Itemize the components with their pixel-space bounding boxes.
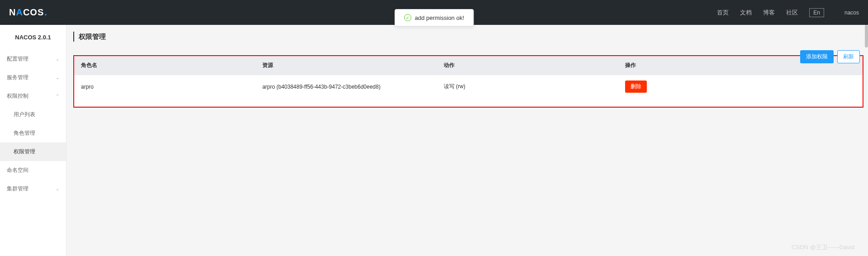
main-content: 权限管理 添加权限 刷新 角色名 资源 动作 操作 arpro — [66, 25, 868, 256]
sidebar-version: NACOS 2.0.1 — [0, 25, 66, 50]
chevron-down-icon: ⌄ — [56, 186, 59, 191]
cell-resource: arpro (b4038489-ff56-443b-9472-c3beb6d0e… — [256, 75, 437, 107]
page-title: 权限管理 — [79, 33, 106, 41]
menu-label: 服务管理 — [7, 74, 28, 81]
menu-label: 集群管理 — [7, 185, 28, 193]
menu-label: 命名空间 — [7, 166, 28, 174]
chevron-up-icon: ⌃ — [56, 94, 59, 99]
chevron-down-icon: ⌄ — [56, 75, 59, 80]
nav-community[interactable]: 社区 — [786, 9, 798, 17]
refresh-button[interactable]: 刷新 — [837, 50, 860, 63]
success-toast: ✓ add permission ok! — [394, 9, 474, 26]
add-permission-button[interactable]: 添加权限 — [800, 50, 834, 63]
table-header-row: 角色名 资源 动作 操作 — [74, 56, 863, 75]
permissions-table: 角色名 资源 动作 操作 arpro arpro (b4038489-ff56-… — [74, 56, 863, 107]
sidebar-item-permission[interactable]: 权限控制 ⌃ — [0, 87, 66, 105]
user-menu[interactable]: nacos — [844, 9, 859, 16]
language-toggle[interactable]: En — [809, 8, 824, 17]
sidebar-item-config[interactable]: 配置管理 ⌄ — [0, 50, 66, 68]
action-buttons: 添加权限 刷新 — [800, 50, 860, 63]
col-role-header: 角色名 — [74, 56, 256, 75]
sidebar-item-service[interactable]: 服务管理 ⌄ — [0, 68, 66, 87]
col-resource-header: 资源 — [256, 56, 437, 75]
sidebar-item-namespace[interactable]: 命名空间 — [0, 161, 66, 180]
cell-operation: 删除 — [618, 75, 863, 107]
sidebar-subitem-roles[interactable]: 角色管理 — [0, 124, 66, 142]
toast-message: add permission ok! — [415, 14, 464, 21]
check-circle-icon: ✓ — [404, 14, 411, 21]
sidebar: NACOS 2.0.1 配置管理 ⌄ 服务管理 ⌄ 权限控制 ⌃ 用户列表 角色… — [0, 25, 66, 256]
permissions-table-highlight: 角色名 资源 动作 操作 arpro arpro (b4038489-ff56-… — [73, 55, 863, 108]
chevron-down-icon: ⌄ — [56, 57, 59, 62]
delete-button[interactable]: 删除 — [625, 81, 647, 93]
col-action-header: 动作 — [437, 56, 618, 75]
title-bar-icon — [73, 32, 74, 42]
cell-role: arpro — [74, 75, 256, 107]
watermark: CSDN @王卫——David — [792, 243, 854, 251]
menu-label: 配置管理 — [7, 55, 28, 63]
scrollbar[interactable] — [865, 25, 868, 47]
nav-blog[interactable]: 博客 — [763, 9, 775, 17]
table-row: arpro arpro (b4038489-ff56-443b-9472-c3b… — [74, 75, 863, 107]
menu-label: 权限控制 — [7, 92, 28, 100]
nav-links: 首页 文档 博客 社区 En — [717, 8, 824, 17]
logo: NACOS. — [9, 7, 47, 18]
sidebar-item-cluster[interactable]: 集群管理 ⌄ — [0, 180, 66, 198]
sidebar-subitem-permissions[interactable]: 权限管理 — [0, 142, 66, 161]
nav-docs[interactable]: 文档 — [740, 9, 752, 17]
cell-action: 读写 (rw) — [437, 75, 618, 107]
nav-home[interactable]: 首页 — [717, 9, 729, 17]
sidebar-subitem-users[interactable]: 用户列表 — [0, 105, 66, 124]
